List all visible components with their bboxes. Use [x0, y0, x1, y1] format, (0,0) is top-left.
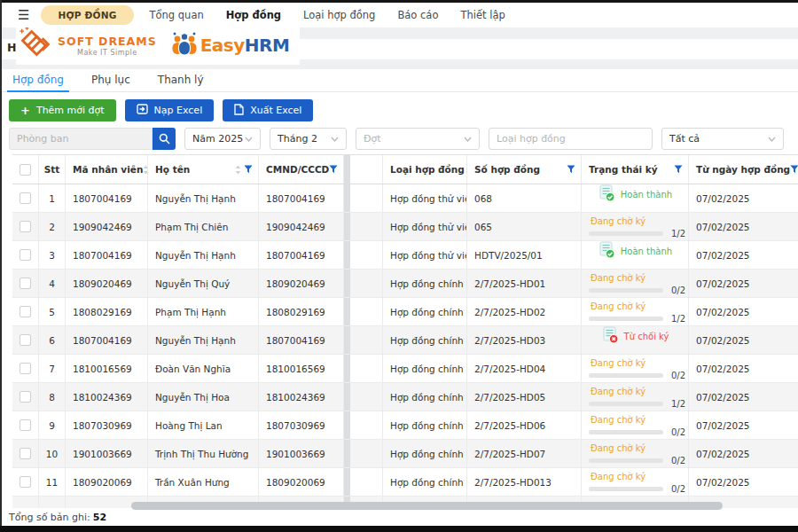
table-row[interactable]: 6 1807004169 Nguyễn Thị Hạnh 1807004169 … — [12, 326, 798, 355]
tab-thanh-ly[interactable]: Thanh lý — [156, 70, 206, 91]
chevron-down-icon — [768, 137, 776, 142]
sort-icon[interactable] — [235, 165, 241, 175]
row-checkbox[interactable] — [20, 419, 31, 431]
contract-rejected-icon — [603, 326, 619, 346]
sign-progress-bar — [589, 458, 663, 463]
row-checkbox[interactable] — [20, 221, 31, 232]
table-row[interactable]: 5 1808029169 Phạm Thị Hạnh 1808029169 Hợ… — [12, 298, 798, 326]
filter-icon[interactable] — [674, 165, 683, 174]
filter-icon[interactable] — [790, 165, 798, 174]
table-row[interactable]: 1 1807004169 Nguyễn Thị Hạnh 1807004169 … — [12, 184, 798, 213]
row-checkbox[interactable] — [20, 334, 31, 346]
year-select[interactable]: Năm 2025 — [184, 128, 261, 150]
table-row[interactable]: 9 1807030969 Hoàng Thị Lan 1807030969 Hợ… — [12, 411, 798, 440]
select-all-checkbox[interactable] — [20, 164, 31, 176]
filter-icon[interactable] — [567, 165, 575, 174]
table-header-row: Stt Mã nhân viên Họ tên CMND/CCCD — [12, 154, 798, 184]
row-checkbox[interactable] — [20, 363, 31, 374]
cell-ho-ten: Đoàn Văn Nghĩa — [148, 355, 259, 382]
row-checkbox[interactable] — [20, 306, 31, 317]
cell-cmnd: 1807030969 — [259, 411, 344, 439]
sign-status-select[interactable]: Tất cả — [661, 128, 784, 150]
chevron-down-icon — [464, 137, 472, 142]
contract-type-input[interactable] — [489, 128, 653, 150]
table-row[interactable]: 11 1809020069 Trần Xuân Hưng 1809020069 … — [12, 468, 798, 497]
export-excel-button[interactable]: Xuất Excel — [223, 99, 313, 121]
easyhrm-logo: EasyHRM — [171, 30, 290, 60]
frozen-pane-divider — [344, 440, 350, 467]
empty-cell — [350, 355, 383, 382]
sign-progress-count: 0/2 — [671, 456, 685, 466]
frozen-pane-divider — [344, 326, 350, 354]
batch-select[interactable]: Đợt — [356, 128, 480, 150]
row-checkbox[interactable] — [20, 391, 31, 403]
cell-ma-nhan-vien: 1807030969 — [66, 411, 148, 439]
nav-item-tong-quan[interactable]: Tổng quan — [150, 9, 204, 21]
row-checkbox[interactable] — [20, 249, 31, 261]
sign-progress: 1/2 — [589, 399, 685, 409]
table-row[interactable]: 7 1810016569 Đoàn Văn Nghĩa 1810016569 H… — [12, 355, 798, 383]
contract-done-icon — [599, 184, 615, 204]
row-checkbox[interactable] — [20, 192, 31, 204]
frozen-pane-divider — [344, 298, 350, 325]
cell-ma-nhan-vien: 1909042469 — [66, 213, 148, 240]
sign-progress-bar — [589, 402, 663, 406]
search-button[interactable] — [153, 128, 176, 150]
tab-hop-dong[interactable]: Hợp đồng — [11, 70, 66, 91]
table-row[interactable]: 3 1807004169 Nguyễn Thị Hạnh 1807004169 … — [12, 241, 798, 270]
department-search-input[interactable] — [9, 128, 153, 150]
table-row[interactable]: 8 1810024369 Nguyễn Thị Hoa 1810024369 H… — [12, 383, 798, 411]
table-row[interactable]: 2 1909042469 Phạm Thị Chiên 1909042469 H… — [12, 213, 798, 241]
month-select[interactable]: Tháng 2 — [270, 128, 347, 150]
horizontal-scrollbar-thumb[interactable] — [131, 502, 723, 510]
cell-trang-thai-ky: Hoàn thành — [582, 184, 689, 212]
nav-item-loai-hop-dong[interactable]: Loại hợp đồng — [303, 9, 375, 21]
table-body: 1 1807004169 Nguyễn Thị Hạnh 1807004169 … — [12, 184, 798, 497]
sign-progress-count: 0/2 — [671, 484, 685, 494]
col-header-ho-ten: Họ tên — [148, 155, 259, 184]
module-badge[interactable]: HỢP ĐỒNG — [41, 5, 133, 25]
cell-cmnd: 1810016569 — [259, 355, 344, 382]
window-top-edge — [0, 0, 798, 3]
cell-stt: 2 — [39, 213, 66, 240]
nav-item-bao-cao[interactable]: Báo cáo — [397, 9, 438, 21]
chevron-down-icon — [331, 137, 339, 142]
frozen-pane-divider — [344, 355, 350, 382]
cell-tu-ngay: 07/02/2025 — [689, 411, 798, 439]
table-row[interactable]: 10 1901003669 Trịnh Thị Thu Hường 190100… — [12, 440, 798, 468]
row-checkbox[interactable] — [20, 448, 31, 459]
empty-cell — [350, 326, 383, 354]
page-title: H — [7, 41, 16, 54]
cell-stt: 10 — [39, 440, 66, 467]
table-row[interactable]: 4 1809020469 Nguyễn Thị Quý 1809020469 H… — [12, 270, 798, 298]
status-pending-label: Đang chờ ký — [589, 415, 645, 425]
frozen-pane-divider — [344, 411, 350, 439]
sign-progress: 0/2 — [589, 456, 685, 466]
cell-cmnd: 1810024369 — [259, 383, 344, 411]
row-checkbox[interactable] — [20, 476, 31, 488]
col-header-tu-ngay: Từ ngày hợp đồng — [689, 155, 798, 184]
filter-icon[interactable] — [244, 165, 253, 174]
cell-loai-hop-dong: Hợp đồng chính thức — [383, 383, 467, 411]
tab-phu-luc[interactable]: Phụ lục — [90, 70, 132, 91]
cell-cmnd: 1807004169 — [259, 326, 344, 354]
status-pending-label: Đang chờ ký — [589, 301, 645, 311]
cell-so-hop-dong: 2/7/2025-HD013 — [467, 468, 582, 496]
status-pending-label: Đang chờ ký — [589, 472, 645, 481]
nav-item-hop-dong[interactable]: Hợp đồng — [226, 9, 281, 21]
cell-trang-thai-ky: Từ chối ký — [582, 326, 689, 354]
filter-icon[interactable] — [329, 165, 338, 174]
row-checkbox[interactable] — [20, 278, 31, 289]
status-done-label: Hoàn thành — [621, 190, 672, 200]
import-excel-button[interactable]: Nạp Excel — [125, 99, 215, 121]
cell-stt: 3 — [39, 241, 66, 269]
cell-ho-ten: Nguyễn Thị Hoa — [148, 383, 259, 411]
cell-ho-ten: Nguyễn Thị Hạnh — [148, 184, 259, 212]
cell-stt: 1 — [39, 184, 66, 212]
nav-item-thiet-lap[interactable]: Thiết lập — [460, 9, 505, 21]
hamburger-menu-icon[interactable]: ☰ — [18, 9, 29, 22]
frozen-pane-divider — [344, 270, 350, 297]
cell-ho-ten: Nguyễn Thị Hạnh — [148, 326, 259, 354]
sign-progress-bar — [589, 288, 663, 293]
add-batch-button[interactable]: + Thêm mới đợt — [9, 99, 116, 121]
